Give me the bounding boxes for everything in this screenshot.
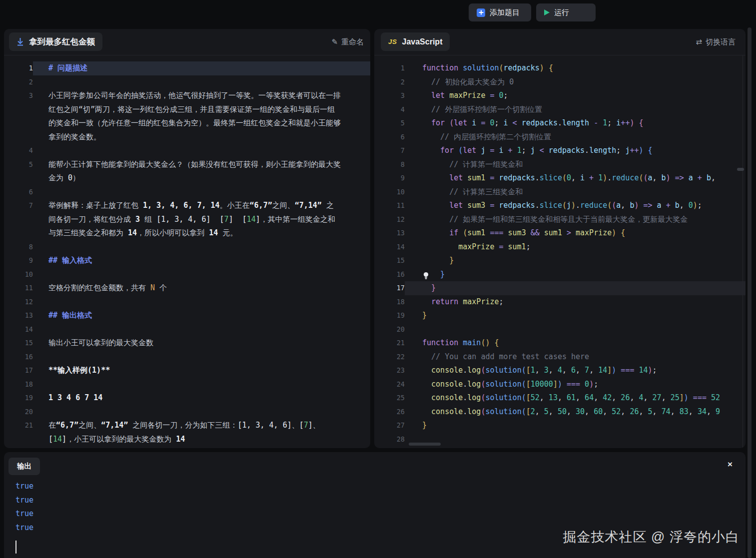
code-line[interactable] [405,433,746,447]
md-line[interactable] [33,323,370,337]
token [513,146,517,155]
code-line-row: 2// 初始化最大奖金为 0 [374,75,746,89]
code-line-row: 22// You can add more test cases here [374,350,746,364]
language-tab[interactable]: JS JavaScript [381,32,450,51]
md-line[interactable]: 的奖金和一致（允许任意一组的红包集合为空）。最终第一组红包奖金之和就是小王能够 [33,116,370,130]
md-line[interactable]: ## 输出格式 [33,309,370,323]
token: [ [220,215,224,224]
code-line[interactable]: } [405,309,746,323]
token: , [621,407,630,416]
token: j [567,201,571,210]
code-line[interactable]: console.log(solution([52, 13, 61, 64, 42… [405,391,746,405]
code-line[interactable]: // 如果第一组和第三组奖金和相等且大于当前最大奖金，更新最大奖金 [405,213,746,227]
token: solution [463,63,499,72]
run-label: 运行 [554,8,569,17]
md-line[interactable]: 金为 0） [33,171,370,185]
token: 0 [68,173,72,182]
code-line[interactable]: console.log(solution([10000]) === 0); [405,378,746,392]
md-line[interactable]: 在“6,7”之间、“7,14” 之间各切一刀，分为如下三组：[1, 3, 4, … [33,419,370,433]
code-line[interactable]: let sum1 = redpacks.slice(0, i + 1).redu… [405,171,746,185]
code-line[interactable]: console.log(solution([1, 3, 4, 6, 7, 14]… [405,364,746,378]
code-line[interactable]: } [405,268,746,282]
code-line[interactable]: // 外层循环控制第一个切割位置 [405,103,746,117]
token: + [698,173,702,182]
md-line[interactable] [33,350,370,364]
md-line[interactable]: **输入样例(1)** [33,364,370,378]
code-line[interactable]: } [405,419,746,433]
page-scrollbar[interactable] [748,27,752,558]
md-line[interactable]: 小王同学参加公司年会的抽奖活动，他运气很好抽到了一等奖。一等奖获奖者可以在一排 [33,89,370,103]
token [616,366,621,375]
token [544,146,549,155]
md-line-row: 5能帮小王计算下他能拿到的最大奖金么？（如果没有红包可获得，则小王能拿到的最大奖 [4,158,370,172]
token: ) [612,228,616,237]
markdown-editor[interactable]: 1# 问题描述23小王同学参加公司年会的抽奖活动，他运气很好抽到了一等奖。一等奖… [4,55,370,448]
code-line[interactable]: return maxPrize; [405,295,746,309]
md-line[interactable] [33,240,370,254]
add-question-button[interactable]: 添加题目 [469,3,531,21]
code-line[interactable]: } [405,254,746,268]
md-line[interactable]: # 问题描述 [33,61,370,75]
close-icon[interactable]: × [728,460,733,469]
md-line[interactable] [33,75,370,89]
token: ) [648,366,653,375]
code-line[interactable]: console.log(solution([2, 5, 50, 30, 60, … [405,405,746,419]
token: redpacks [499,173,535,182]
md-line[interactable]: ## 输入格式 [33,254,370,268]
console-output-line: true [15,507,33,521]
code-line[interactable]: maxPrize = sum1; [405,240,746,254]
md-line[interactable]: 1 3 4 6 7 14 [33,391,370,405]
vertical-scrollbar-thumb[interactable] [737,168,744,171]
code-line[interactable]: function solution(redpacks) { [405,61,746,75]
md-line[interactable] [33,295,370,309]
token [463,201,467,210]
code-editor[interactable]: 1function solution(redpacks) {2// 初始化最大奖… [374,55,746,448]
token: i [504,118,508,127]
token: 金为 [48,173,68,182]
token: 7 [224,215,229,224]
lightbulb-icon[interactable] [423,271,429,279]
code-line[interactable]: // 初始化最大奖金为 0 [405,75,746,89]
output-console[interactable]: truetruetruetrue [15,480,33,535]
md-line[interactable]: 红包之间“切”两刀，将这一列红包分成三组，并且需要保证第一组的奖金和与最后一组 [33,103,370,117]
line-number: 18 [374,295,405,309]
md-line[interactable] [33,144,370,158]
md-line[interactable]: [14]，小王可以拿到的最大奖金数为 14 [33,433,370,447]
md-line[interactable] [33,405,370,419]
md-line[interactable]: 输出小王可以拿到的最大奖金数 [33,336,370,350]
code-line[interactable]: if (sum1 === sum3 && sum1 > maxPrize) { [405,226,746,240]
md-line[interactable] [33,268,370,282]
md-line[interactable]: 空格分割的红包金额数，共有 N 个 [33,281,370,295]
md-line[interactable] [33,378,370,392]
code-line[interactable]: // You can add more test cases here [405,350,746,364]
problem-title-tab[interactable]: 拿到最多红包金额 [9,32,102,51]
md-line[interactable]: 能帮小王计算下他能拿到的最大奖金么？（如果没有红包可获得，则小王能拿到的最大奖 [33,158,370,172]
code-line[interactable]: for (let i = 0; i < redpacks.length - 1;… [405,116,746,130]
rename-button[interactable]: ✎ 重命名 [331,29,364,55]
code-line[interactable]: let maxPrize = 0; [405,89,746,103]
code-line[interactable]: // 计算第三组奖金和 [405,185,746,199]
horizontal-scrollbar-thumb[interactable] [409,443,441,446]
token: length [589,146,616,155]
line-number: 13 [374,226,405,240]
switch-language-button[interactable]: ⇄ 切换语言 [696,29,736,55]
token: ，小王可以拿到的最大奖金数为 [66,435,176,444]
token: [ [526,393,531,402]
code-line[interactable]: // 内层循环控制第二个切割位置 [405,130,746,144]
md-line[interactable]: 与第三组奖金之和都为 14，所以小明可以拿到 14 元。 [33,226,370,240]
code-line[interactable]: } [405,281,746,295]
code-line[interactable]: // 计算第一组奖金和 [405,158,746,172]
code-line[interactable] [405,323,746,337]
md-line[interactable]: 间各切一刀，将红包分成 3 组 [1, 3, 4, 6] [7] [14]，其中… [33,213,370,227]
code-line[interactable]: for (let j = i + 1; j < redpacks.length;… [405,144,746,158]
token: && [531,228,540,237]
code-line[interactable]: function main() { [405,336,746,350]
md-line[interactable] [33,185,370,199]
md-line[interactable]: 举例解释：桌子上放了红包 1, 3, 4, 6, 7, 14。小王在“6,7”之… [33,199,370,213]
token: sum1 [467,228,485,237]
md-line[interactable]: 拿到的奖金数。 [33,130,370,144]
run-button[interactable]: 运行 [536,3,596,21]
token [662,201,666,210]
output-tab[interactable]: 输出 [8,458,40,475]
code-line[interactable]: let sum3 = redpacks.slice(j).reduce((a, … [405,199,746,213]
